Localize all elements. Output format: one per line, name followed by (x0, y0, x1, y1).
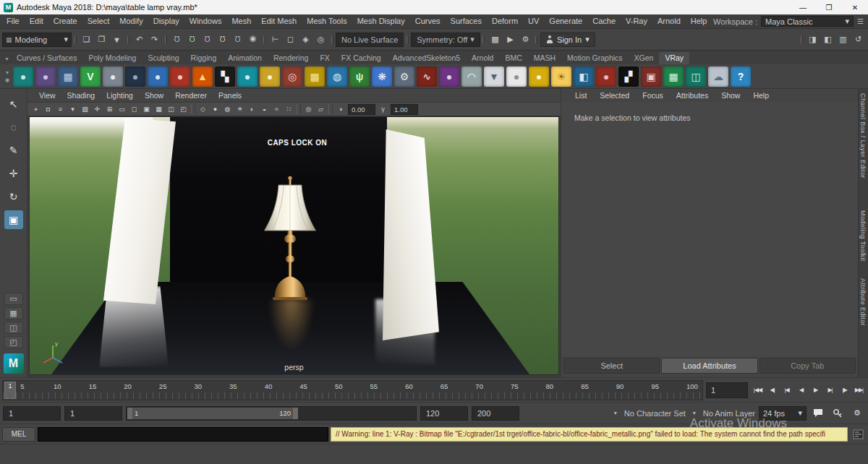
close-button[interactable]: ✕ (842, 0, 868, 14)
vray-gold-sphere-icon[interactable]: ● (529, 66, 549, 87)
snap-to-grids-icon[interactable]: Ω (169, 32, 184, 47)
camera-attributes-icon[interactable]: ≡ (54, 103, 67, 115)
four-pane-layout-button[interactable]: ▦ (4, 307, 23, 319)
ambient-occlusion-icon[interactable]: ◒ (258, 103, 271, 115)
menubar-item[interactable]: Display (148, 14, 184, 28)
step-forward-key-button[interactable]: ▶| (823, 383, 837, 398)
select-camera-icon[interactable]: ⌖ (30, 103, 42, 115)
menubar-item[interactable]: Mesh Display (352, 14, 410, 28)
go-to-start-button[interactable]: |◀◀ (751, 383, 765, 398)
shelf-tab[interactable]: Curves / Surfaces (11, 52, 82, 64)
playback-end-field[interactable]: 120 (420, 406, 468, 421)
vray-snowflake-icon[interactable]: ❋ (372, 66, 392, 87)
range-slider-handle[interactable]: 1 120 (127, 408, 298, 419)
status-separator[interactable] (72, 31, 78, 48)
vray-sun-light-icon[interactable]: ☀ (551, 66, 571, 87)
menubar-item[interactable]: V-Ray (621, 14, 652, 28)
auto-keyframe-icon[interactable] (830, 406, 846, 421)
attribute-editor-toggle-icon[interactable]: ◨ (805, 32, 820, 47)
menubar-item[interactable]: Mesh Tools (302, 14, 352, 28)
script-editor-button[interactable] (850, 427, 866, 442)
attribute-editor-menu-item[interactable]: Focus (636, 91, 670, 100)
maya-logo[interactable]: M (4, 353, 24, 374)
vray-hair-curve-icon[interactable]: ∿ (417, 66, 437, 87)
viewport-menu-item[interactable]: Shading (61, 91, 101, 100)
wireframe-icon[interactable]: ◇ (197, 103, 209, 115)
textured-icon[interactable]: ◍ (221, 103, 234, 115)
exposure-field[interactable]: 0.00 (348, 104, 375, 115)
attribute-editor-menu-item[interactable]: Show (715, 91, 746, 100)
rotate-tool-button[interactable]: ↻ (4, 187, 23, 206)
menubar-item[interactable]: Surfaces (446, 14, 487, 28)
vray-water-drop-icon[interactable]: ● (237, 66, 258, 87)
film-gate-icon[interactable]: ▭ (116, 103, 128, 115)
image-plane-icon[interactable]: ▨ (79, 103, 91, 115)
safe-action-icon[interactable]: ◫ (165, 103, 177, 115)
viewport-menu-item[interactable]: View (33, 91, 61, 100)
render-current-frame-icon[interactable]: ▩ (488, 32, 503, 47)
x-ray-icon[interactable]: ▱ (315, 103, 327, 115)
menubar-item[interactable]: Windows (184, 14, 227, 28)
channel-box-toggle-icon[interactable]: ▥ (835, 32, 851, 47)
vray-checker-icon[interactable]: ▚ (215, 66, 235, 87)
channel-box-layer-editor-tab[interactable]: Channel Box / Layer Editor (859, 93, 867, 179)
shelf-tab[interactable]: FX (314, 52, 335, 64)
step-back-frame-button[interactable]: ◀| (765, 383, 779, 398)
vray-red-dot-icon[interactable]: ● (596, 66, 616, 87)
safe-title-icon[interactable]: ◰ (177, 103, 190, 115)
vray-standard-material-icon[interactable]: ● (13, 66, 33, 87)
anim-layer-menu-icon[interactable]: ▾ (689, 407, 699, 420)
go-to-end-button[interactable]: ▶▶| (852, 383, 866, 398)
menubar-item[interactable]: Select (82, 14, 115, 28)
select-button[interactable]: Select (563, 358, 660, 374)
menubar-item[interactable]: Modify (114, 14, 148, 28)
isolate-select-icon[interactable]: ◎ (302, 103, 315, 115)
vray-fur-grass-icon[interactable]: ψ (349, 66, 370, 87)
vray-glass-sphere-icon[interactable]: ● (260, 66, 280, 87)
character-set-label[interactable]: No Character Set (624, 409, 686, 418)
vray-material-library-icon[interactable]: ● (35, 66, 56, 87)
range-slider-track[interactable]: 1 120 (126, 406, 417, 421)
gamma-icon[interactable]: γ (377, 103, 389, 115)
symmetry-select[interactable]: Symmetry: Off ▾ (411, 33, 480, 47)
range-end-handle[interactable] (293, 408, 298, 419)
gate-mask-icon[interactable]: ▣ (140, 103, 153, 115)
redo-icon[interactable]: ↷ (147, 32, 162, 47)
viewport-menu-item[interactable]: Lighting (101, 91, 139, 100)
menu-set-selector[interactable]: ▦ Modeling ▾ (2, 33, 72, 47)
new-scene-icon[interactable]: ❏ (79, 32, 94, 47)
attribute-editor-menu-item[interactable]: Attributes (670, 91, 715, 100)
menubar-item[interactable]: UV (523, 14, 544, 28)
command-language-toggle[interactable]: MEL (2, 427, 35, 442)
vray-ramp-texture-icon[interactable]: ◧ (574, 66, 594, 87)
undo-icon[interactable]: ↶ (132, 32, 147, 47)
playback-options-bubble-icon[interactable] (810, 406, 826, 421)
live-surface-field[interactable]: No Live Surface (336, 33, 404, 47)
shelf-chevron-icon[interactable]: ▾ (6, 69, 9, 76)
vray-logo-icon[interactable]: V (80, 66, 101, 87)
vray-blue-sphere-icon[interactable]: ● (148, 66, 168, 87)
tool-settings-toggle-icon[interactable]: ◧ (820, 32, 835, 47)
minimize-button[interactable]: — (790, 0, 816, 14)
menubar-item[interactable]: Cache (587, 14, 621, 28)
select-object-icon[interactable]: ◻ (283, 32, 298, 47)
snap-to-points-icon[interactable]: Ω (200, 32, 215, 47)
vray-frame-buffer-icon[interactable]: ▣ (641, 66, 661, 87)
workspace-menu-icon[interactable]: ☰ (857, 17, 864, 25)
copy-tab-button[interactable]: Copy Tab (760, 358, 856, 374)
snap-to-view-planes-icon[interactable]: Ω (230, 32, 245, 47)
load-attributes-button[interactable]: Load Attributes (661, 358, 757, 374)
range-start-handle[interactable] (127, 408, 132, 419)
vray-earth-globe-icon[interactable]: ◍ (327, 66, 347, 87)
anim-layer-label[interactable]: No Anim Layer (703, 409, 755, 418)
menubar-item[interactable]: Generate (544, 14, 587, 28)
menubar-item[interactable]: File (1, 14, 25, 28)
time-ruler[interactable]: 1 51015202530354045505560657075808590951… (2, 380, 703, 400)
scale-tool-button[interactable]: ▣ (4, 210, 23, 229)
motion-blur-icon[interactable]: ≈ (271, 103, 283, 115)
open-scene-icon[interactable]: ❐ (94, 32, 109, 47)
vray-gear-icon[interactable]: ⚙ (394, 66, 414, 87)
attribute-editor-tab[interactable]: Attribute Editor (859, 278, 867, 326)
grid-icon[interactable]: ⊞ (103, 103, 116, 115)
make-live-icon[interactable]: ◉ (245, 32, 260, 47)
